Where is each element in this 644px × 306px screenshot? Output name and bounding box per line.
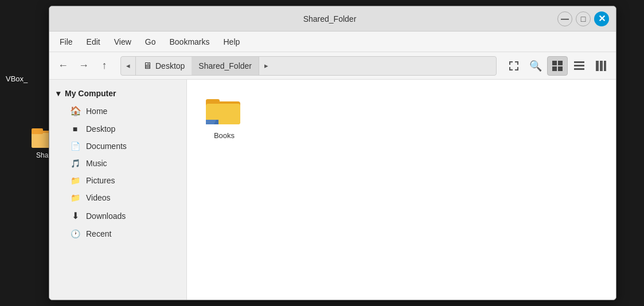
- sidebar-item-downloads[interactable]: ⬇ Downloads: [49, 206, 186, 225]
- sidebar-section-chevron: ▾: [56, 89, 60, 98]
- up-button[interactable]: ↑: [95, 57, 114, 75]
- desktop-icon: ■: [70, 124, 80, 134]
- desktop-folder-icon-small: 🖥: [143, 61, 152, 71]
- window-controls: — □ ✕: [557, 11, 609, 26]
- zoom-button[interactable]: [504, 56, 524, 76]
- svg-rect-9: [574, 68, 584, 70]
- sidebar-item-desktop[interactable]: ■ Desktop: [49, 120, 186, 138]
- sidebar-item-downloads-label: Downloads: [86, 211, 126, 221]
- toolbar-right-controls: 🔍: [504, 56, 611, 76]
- columns-icon: [595, 60, 607, 72]
- sidebar: ▾ My Computer 🏠 Home ■ Desktop 📄 Documen…: [49, 80, 187, 300]
- svg-rect-2: [32, 128, 43, 134]
- svg-rect-12: [604, 61, 606, 71]
- breadcrumb-active-label: Shared_Folder: [198, 61, 252, 70]
- sidebar-item-desktop-label: Desktop: [86, 124, 115, 134]
- file-area: Books: [187, 80, 616, 300]
- menu-view[interactable]: View: [108, 35, 137, 49]
- svg-rect-7: [574, 61, 584, 63]
- file-manager-window: Shared_Folder — □ ✕ File Edit View Go Bo…: [49, 6, 616, 300]
- breadcrumb-bar: ◂ 🖥 Desktop Shared_Folder ▸: [120, 56, 497, 76]
- sidebar-section-title: My Computer: [65, 89, 116, 98]
- breadcrumb-desktop[interactable]: 🖥 Desktop: [136, 56, 192, 76]
- svg-rect-8: [574, 65, 584, 66]
- sidebar-item-pictures-label: Pictures: [86, 176, 115, 185]
- videos-icon: 📁: [70, 193, 80, 202]
- forward-button[interactable]: →: [75, 57, 93, 75]
- sidebar-item-documents-label: Documents: [86, 142, 127, 151]
- close-button[interactable]: ✕: [594, 11, 609, 26]
- file-item-books[interactable]: Books: [198, 91, 250, 144]
- titlebar: Shared_Folder — □ ✕: [49, 6, 616, 32]
- sidebar-item-recent-label: Recent: [86, 229, 111, 238]
- toolbar: ← → ↑ ◂ 🖥 Desktop Shared_Folder ▸ 🔍: [49, 52, 616, 80]
- window-title: Shared_Folder: [102, 14, 557, 23]
- search-button[interactable]: 🔍: [525, 56, 546, 76]
- sidebar-item-home-label: Home: [86, 107, 107, 116]
- music-icon: 🎵: [70, 159, 80, 168]
- view-grid-button[interactable]: [547, 56, 568, 76]
- sidebar-section-my-computer[interactable]: ▾ My Computer: [49, 85, 186, 101]
- grid-icon: [552, 60, 563, 72]
- resize-icon: [508, 60, 520, 72]
- view-columns-button[interactable]: [591, 56, 611, 76]
- documents-icon: 📄: [70, 142, 80, 151]
- books-folder-label: Books: [214, 131, 235, 140]
- sidebar-item-documents[interactable]: 📄 Documents: [49, 138, 186, 155]
- sidebar-item-music[interactable]: 🎵 Music: [49, 155, 186, 172]
- sidebar-item-music-label: Music: [86, 159, 107, 168]
- home-icon: 🏠: [70, 105, 80, 116]
- menu-edit[interactable]: Edit: [81, 35, 106, 49]
- books-folder-icon: [206, 96, 243, 127]
- breadcrumb-right-arrow[interactable]: ▸: [259, 56, 274, 76]
- menu-go[interactable]: Go: [139, 35, 162, 49]
- sidebar-item-videos-label: Videos: [86, 193, 111, 202]
- svg-rect-10: [596, 61, 599, 71]
- view-list-button[interactable]: [569, 56, 590, 76]
- svg-rect-4: [558, 61, 563, 65]
- breadcrumb-desktop-label: Desktop: [155, 61, 185, 70]
- svg-rect-5: [552, 66, 557, 71]
- menu-file[interactable]: File: [54, 35, 79, 49]
- menu-bookmarks[interactable]: Bookmarks: [163, 35, 215, 49]
- breadcrumb-left-arrow[interactable]: ◂: [121, 56, 136, 76]
- content-area: ▾ My Computer 🏠 Home ■ Desktop 📄 Documen…: [49, 80, 616, 300]
- pictures-icon: 📁: [70, 176, 80, 185]
- vbox-icon-label: VBox_: [6, 74, 52, 83]
- sidebar-item-recent[interactable]: 🕐 Recent: [49, 225, 186, 242]
- back-button[interactable]: ←: [54, 57, 72, 75]
- sidebar-item-videos[interactable]: 📁 Videos: [49, 189, 186, 206]
- svg-rect-11: [600, 61, 603, 71]
- svg-rect-6: [558, 66, 563, 71]
- list-icon: [573, 60, 585, 72]
- downloads-icon: ⬇: [70, 210, 80, 221]
- svg-rect-3: [552, 61, 557, 65]
- breadcrumb-shared-folder[interactable]: Shared_Folder: [192, 56, 259, 76]
- recent-icon: 🕐: [70, 229, 80, 238]
- sidebar-item-pictures[interactable]: 📁 Pictures: [49, 172, 186, 189]
- maximize-button[interactable]: □: [576, 11, 591, 26]
- minimize-button[interactable]: —: [557, 11, 572, 26]
- sidebar-item-home[interactable]: 🏠 Home: [49, 101, 186, 120]
- menubar: File Edit View Go Bookmarks Help: [49, 32, 616, 52]
- menu-help[interactable]: Help: [218, 35, 246, 49]
